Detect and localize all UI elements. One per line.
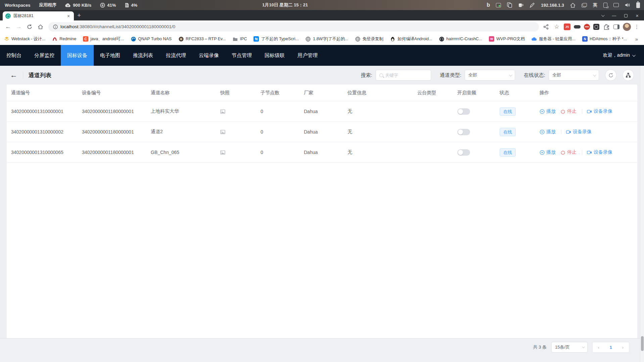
col-header: 厂家 [300,90,343,96]
bookmark-item[interactable]: IPC [233,36,247,42]
browser-tab[interactable]: 国标28181 × [3,11,74,20]
nav-item-node-manage[interactable]: 节点管理 [225,45,258,66]
color-picker-tray-icon[interactable] [530,3,535,8]
audio-toggle[interactable] [457,149,470,156]
extension-blocker-icon[interactable] [584,24,590,30]
bookmark-star-icon[interactable]: ☆ [553,23,560,31]
bookmark-item[interactable]: Redmine [52,36,76,42]
window-restore-button[interactable] [624,14,628,17]
stop-button[interactable]: 停止 [560,149,577,155]
window-close-button[interactable]: × [636,13,639,18]
nav-item-split-screen[interactable]: 分屏监控 [28,45,61,66]
bookmark-item[interactable]: QNAP Turbo NAS [131,36,172,42]
bookmark-item[interactable]: Webstack - 设计... [4,36,45,42]
channel-type-select[interactable]: 全部 [465,70,515,81]
nav-item-gb-device[interactable]: 国标设备 [61,45,94,66]
side-panel-icon[interactable] [613,24,619,29]
prev-page-button[interactable]: ‹ [593,345,605,350]
nav-item-cloud-record[interactable]: 云端录像 [192,45,225,66]
forward-button[interactable]: → [14,22,24,32]
extensions-puzzle-icon[interactable] [603,23,610,31]
applications-menu[interactable]: 应用程序 [39,2,56,8]
page-info-icon[interactable] [53,24,58,29]
coffee-cup-tray-icon[interactable] [518,3,524,8]
bookmark-item[interactable]: W WVP-PRO文档 [489,36,525,42]
device-tree-button[interactable] [623,69,634,81]
cell-channel-name: GB_Chn_065 [146,150,216,155]
play-button[interactable]: 播放 [540,108,556,114]
page-size-select[interactable]: 15条/页 [551,342,588,353]
clock[interactable]: 1月10日 星期二 15：21 [141,2,429,8]
input-method-indicator[interactable]: 英 [593,2,597,8]
clipboard-tray-icon[interactable] [507,2,512,8]
battery-icon[interactable] [636,2,640,8]
nav-item-gb-cascade[interactable]: 国标级联 [258,45,291,66]
snapshot-image-icon[interactable] [216,150,256,155]
extension-square-icon[interactable] [593,24,599,30]
share-icon[interactable] [542,23,550,31]
scrollbar-thumb[interactable] [641,336,644,351]
ip-address-indicator[interactable]: 192.168.1.3 [541,3,564,8]
bookmark-item[interactable]: hairrrrr/C-CrashC... [439,36,482,42]
bookmark-item[interactable]: N HDAtmos :: 种子 *... [582,36,627,42]
audio-toggle[interactable] [457,108,470,115]
online-status-select[interactable]: 全部 [549,70,599,81]
user-menu[interactable]: 欢迎，admin [603,45,644,66]
status-badge: 在线 [500,148,516,157]
bookmark-item[interactable]: C java、android可... [83,36,124,42]
home-button[interactable] [36,22,45,32]
home-tray-icon[interactable] [570,3,576,8]
nav-item-user-manage[interactable]: 用户管理 [291,45,324,66]
cell-location: 无 [343,108,413,114]
profile-avatar[interactable] [623,23,631,31]
extension-mask-icon[interactable] [574,25,581,29]
nav-item-pull-proxy[interactable]: 拉流代理 [159,45,192,66]
snapshot-image-icon[interactable] [216,109,256,114]
tab-close-icon[interactable]: × [66,13,71,19]
device-record-button[interactable]: 设备录像 [587,108,612,114]
status-badge: 在线 [500,107,516,116]
nav-item-console[interactable]: 控制台 [0,45,28,66]
page-back-button[interactable]: ← [10,71,17,79]
table-row: 34020000001310000065 3402000000118000000… [7,142,637,163]
extension-js-icon[interactable]: JS [564,23,570,30]
bookmark-item[interactable]: 免登录复制 [355,36,383,42]
window-minimize-button[interactable]: — [612,13,616,18]
refresh-button[interactable] [605,69,616,81]
favicon-redmine-icon [52,36,57,42]
play-button[interactable]: 播放 [540,129,556,135]
stop-button[interactable]: 停止 [560,108,577,114]
next-page-button[interactable]: › [617,345,629,350]
vertical-scrollbar[interactable] [640,66,644,362]
phone-link-icon[interactable] [603,3,607,8]
browser-menu-icon[interactable]: ⋮ [634,24,639,30]
nav-item-push-list[interactable]: 推流列表 [127,45,159,66]
bookmark-item[interactable]: 知 了不起的 TypeScri... [254,36,299,42]
tab-search-chevron-icon[interactable] [601,13,605,17]
bookmark-item[interactable]: 1.8W字|了不起的... [306,36,348,42]
reload-button[interactable] [25,22,34,32]
volume-icon[interactable] [625,3,630,7]
window-switcher-icon[interactable] [582,3,587,7]
power-icon [560,150,565,155]
back-button[interactable]: ← [3,22,13,32]
bing-tray-icon[interactable]: b [487,2,490,8]
workspaces-button[interactable]: Workspaces [5,3,30,8]
bookmark-item[interactable]: 如何编译Android... [390,36,432,42]
device-record-button[interactable]: 设备录像 [587,149,612,155]
play-button[interactable]: 播放 [540,149,556,155]
nav-item-emap[interactable]: 电子地图 [94,45,127,66]
screenshot-tray-icon[interactable] [496,3,501,7]
address-bar[interactable]: localhost:38080/#/channelList/3402000000… [48,22,539,32]
audio-toggle[interactable] [457,129,470,135]
bookmark-item[interactable]: 服务器 - 轻量应用... [532,36,576,42]
search-input[interactable] [385,73,427,78]
bookmark-item[interactable]: RFC2833 – RTP Ev... [178,36,226,42]
display-icon[interactable] [613,3,619,7]
current-page-button[interactable]: 1 [605,345,617,350]
bookmarks-overflow-chevron[interactable]: » [635,36,640,42]
new-tab-button[interactable]: + [77,12,81,19]
snapshot-image-icon[interactable] [216,130,256,134]
device-record-button[interactable]: 设备录像 [566,129,592,135]
globe-icon [306,36,311,42]
